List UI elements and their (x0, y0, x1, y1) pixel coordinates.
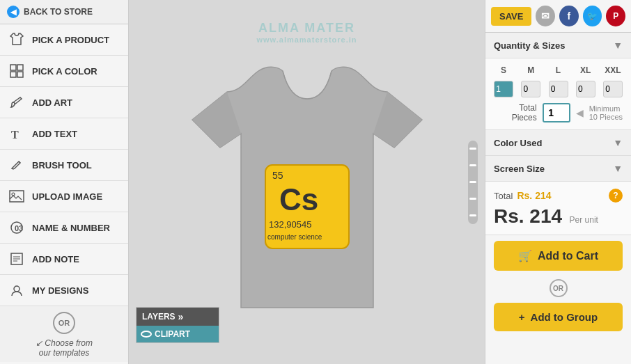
svg-rect-1 (17, 65, 23, 70)
sizes-labels-row: S M L XL XXL (494, 65, 623, 75)
minimum-label: Minimum10 Pieces (589, 104, 623, 121)
sizes-inputs-row (494, 81, 623, 97)
size-xl-label: XL (576, 65, 595, 75)
name-number-label: NAME & NUMBER (32, 223, 110, 233)
sidebar-item-name-number[interactable]: 03 NAME & NUMBER (0, 212, 128, 244)
watermark: ALMA MATER www.almamaterstore.in (256, 21, 357, 44)
svg-rect-0 (10, 65, 16, 70)
svg-rect-3 (17, 72, 23, 77)
color-chevron-icon: ▼ (613, 137, 623, 148)
svg-rect-5 (10, 191, 24, 202)
upload-image-label: UPLOAD IMAGE (32, 191, 102, 202)
price-section: Total Rs. 214 ? Rs. 214 Per unit (485, 182, 631, 235)
add-to-cart-button[interactable]: 🛒 Add to Cart (494, 241, 623, 271)
number-icon: 03 (8, 219, 25, 236)
total-pieces-input[interactable] (543, 103, 570, 122)
back-arrow-icon: ◀ (7, 6, 20, 18)
zoom-mark (469, 181, 476, 183)
qty-sizes-header[interactable]: Quantity & Sizes ▼ (485, 33, 631, 58)
right-panel: SAVE ✉ f 🐦 P Quantity & Sizes ▼ S M L XL… (485, 0, 631, 364)
visibility-icon[interactable] (141, 331, 152, 338)
screen-size-header[interactable]: Screen Size ▼ (485, 156, 631, 182)
qty-chevron-icon: ▼ (613, 40, 623, 51)
zoom-track[interactable] (468, 141, 478, 224)
pinterest-share-button[interactable]: P (606, 6, 625, 26)
screen-size-title: Screen Size (494, 164, 545, 174)
size-s-input[interactable] (494, 81, 513, 97)
zoom-slider[interactable] (468, 141, 478, 224)
total-price-value: Rs. 214 (517, 190, 551, 201)
size-m-input[interactable] (521, 81, 540, 97)
sidebar-item-add-text[interactable]: T ADD TEXT (0, 118, 128, 150)
brush-icon (8, 94, 25, 111)
svg-text:Cs: Cs (279, 182, 318, 216)
sidebar-item-my-designs[interactable]: MY DESIGNS (0, 275, 128, 306)
choose-template-text: ↙ Choose fromour templates (0, 337, 128, 362)
sidebar-item-pick-product[interactable]: PICK A PRODUCT (0, 24, 128, 56)
pick-color-label: PICK A COLOR (32, 66, 98, 77)
add-note-label: ADD NOTE (32, 254, 79, 264)
svg-point-10 (14, 286, 20, 292)
back-to-store-button[interactable]: ◀ BACK TO STORE (0, 0, 128, 24)
image-icon (8, 188, 25, 205)
text-icon: T (8, 125, 25, 142)
sidebar-item-add-note[interactable]: ADD NOTE (0, 244, 128, 275)
add-art-label: ADD ART (32, 97, 72, 108)
svg-text:computer science: computer science (267, 233, 322, 241)
pencil-icon (8, 157, 25, 173)
twitter-share-button[interactable]: 🐦 (583, 6, 602, 26)
zoom-mark (469, 214, 476, 216)
color-used-title: Color Used (494, 138, 542, 148)
help-icon[interactable]: ? (609, 189, 623, 203)
or-circle: OR (53, 312, 75, 334)
svg-text:03: 03 (15, 224, 23, 232)
sidebar-item-add-art[interactable]: ADD ART (0, 87, 128, 118)
qty-sizes-body: S M L XL XXL TotalPieces ◀ Minimum10 Pie… (485, 58, 631, 130)
size-xxl-input[interactable] (603, 81, 623, 97)
note-icon (8, 251, 25, 267)
sidebar-item-pick-color[interactable]: PICK A COLOR (0, 56, 128, 87)
save-button[interactable]: SAVE (491, 7, 531, 26)
action-bar: SAVE ✉ f 🐦 P (485, 0, 631, 33)
big-price-row: Rs. 214 Per unit (494, 205, 623, 228)
tshirt-canvas[interactable]: 55 Cs 132,90545 computer science (185, 50, 429, 329)
size-s-label: S (494, 65, 513, 75)
brush-tool-label: BRUSH TOOL (32, 160, 92, 171)
zoom-mark (469, 148, 476, 150)
arrow-left-icon: ◀ (576, 107, 584, 118)
back-to-store-label: BACK TO STORE (24, 7, 93, 17)
size-xxl-label: XXL (603, 65, 623, 75)
per-unit-label: Per unit (570, 215, 598, 225)
qty-sizes-title: Quantity & Sizes (494, 40, 566, 51)
pick-product-label: PICK A PRODUCT (32, 35, 109, 45)
screen-size-chevron-icon: ▼ (613, 163, 623, 174)
size-l-label: L (549, 65, 568, 75)
svg-text:T: T (11, 129, 19, 141)
layers-header: LAYERS » (137, 308, 219, 326)
or-divider: OR (0, 306, 128, 337)
layers-item[interactable]: CLIPART (137, 326, 219, 342)
svg-text:132,90545: 132,90545 (269, 219, 311, 230)
zoom-mark (469, 198, 476, 200)
grid-icon (8, 63, 25, 79)
my-designs-label: MY DESIGNS (32, 285, 88, 296)
size-xl-input[interactable] (576, 81, 595, 97)
sidebar-item-brush-tool[interactable]: BRUSH TOOL (0, 150, 128, 181)
size-m-label: M (521, 65, 540, 75)
big-price-value: Rs. 214 (494, 205, 562, 227)
add-to-group-button[interactable]: + Add to Group (494, 303, 623, 331)
sidebar-item-upload-image[interactable]: UPLOAD IMAGE (0, 181, 128, 212)
shirt-icon (8, 31, 25, 48)
total-price-row: Total Rs. 214 ? (494, 189, 623, 203)
facebook-share-button[interactable]: f (559, 6, 579, 26)
plus-icon: + (519, 311, 525, 323)
or-small-circle: OR (550, 279, 568, 297)
left-sidebar: ◀ BACK TO STORE PICK A PRODUCT PICK A CO… (0, 0, 129, 364)
or-row: OR (485, 276, 631, 300)
add-text-label: ADD TEXT (32, 129, 77, 139)
svg-rect-2 (10, 72, 16, 77)
total-text-label: Total (494, 191, 513, 201)
size-l-input[interactable] (549, 81, 568, 97)
color-used-header[interactable]: Color Used ▼ (485, 130, 631, 156)
email-share-button[interactable]: ✉ (536, 6, 555, 26)
